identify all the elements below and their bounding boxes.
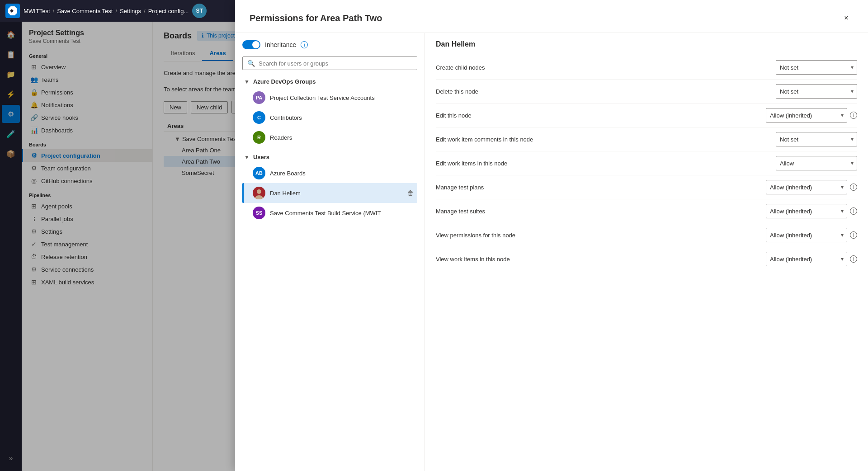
- perm-dropdown-edit-node: Allow (inherited)Not setAllowDeny: [766, 108, 847, 122]
- perm-name-view-permissions: View permissions for this node: [436, 232, 759, 239]
- perm-select-view-permissions[interactable]: Allow (inherited)Not setAllowDeny: [766, 228, 847, 242]
- svg-point-0: [257, 189, 261, 194]
- user-name-readers: Readers: [270, 134, 414, 141]
- breadcrumb-settings[interactable]: Settings: [120, 8, 141, 14]
- modal-close-button[interactable]: ×: [839, 11, 854, 25]
- perm-dropdown-edit-work-items: AllowNot setDeny: [776, 156, 857, 170]
- perm-name-manage-test-plans: Manage test plans: [436, 184, 759, 191]
- perm-dropdown-delete-node: Not setAllowDeny: [776, 84, 857, 99]
- permission-row-view-permissions: View permissions for this node Allow (in…: [436, 223, 857, 247]
- user-name-contributors: Contributors: [270, 114, 414, 121]
- permission-row-manage-test-suites: Manage test suites Allow (inherited)Not …: [436, 199, 857, 223]
- avatar-azure-boards: AB: [253, 167, 265, 179]
- modal-right-panel: Dan Hellem Create child nodes Not setAll…: [425, 33, 868, 471]
- users-group-section: ▼ Users AB Azure Boards Dan Hellem �: [242, 151, 417, 223]
- user-item-contributors[interactable]: C Contributors: [242, 108, 417, 127]
- avatar-readers: R: [253, 131, 265, 144]
- users-group-label: Users: [253, 154, 269, 160]
- inheritance-info-icon[interactable]: i: [301, 41, 308, 48]
- user-name-save-comments: Save Comments Test Build Service (MWIT: [270, 210, 414, 217]
- search-input[interactable]: [259, 60, 412, 67]
- search-icon: 🔍: [247, 60, 255, 67]
- breadcrumb: MWITTest / Save Comments Test / Settings…: [24, 8, 189, 14]
- breadcrumb-mwittest[interactable]: MWITTest: [24, 8, 50, 14]
- perm-control-edit-comments: Not setAllowDeny: [776, 132, 857, 146]
- avatar-contributors: C: [253, 111, 265, 124]
- perm-info-test-suites[interactable]: i: [850, 207, 857, 215]
- users-group-header[interactable]: ▼ Users: [242, 151, 417, 163]
- azure-devops-logo[interactable]: [5, 4, 20, 18]
- perm-info-test-plans[interactable]: i: [850, 184, 857, 191]
- perm-name-create-child: Create child nodes: [436, 64, 769, 71]
- breadcrumb-sep-1: /: [53, 8, 55, 14]
- perm-control-manage-test-plans: Allow (inherited)Not setAllowDeny i: [766, 180, 857, 194]
- user-item-readers[interactable]: R Readers: [242, 127, 417, 147]
- permission-row-manage-test-plans: Manage test plans Allow (inherited)Not s…: [436, 175, 857, 199]
- permission-row-edit-node: Edit this node Allow (inherited)Not setA…: [436, 104, 857, 127]
- perm-select-manage-test-plans[interactable]: Allow (inherited)Not setAllowDeny: [766, 180, 847, 194]
- perm-dropdown-edit-comments: Not setAllowDeny: [776, 132, 857, 146]
- inheritance-label: Inheritance: [265, 41, 296, 48]
- permission-user-heading: Dan Hellem: [436, 40, 857, 48]
- perm-control-edit-work-items: AllowNot setDeny: [776, 156, 857, 170]
- perm-select-create-child[interactable]: Not setAllowDeny: [776, 60, 857, 75]
- modal-body: Inheritance i 🔍 ▼ Azure DevOps Groups PA…: [235, 33, 868, 471]
- group-chevron-users: ▼: [244, 154, 250, 160]
- user-name-project-collection: Project Collection Test Service Accounts: [270, 94, 414, 101]
- perm-dropdown-manage-test-plans: Allow (inherited)Not setAllowDeny: [766, 180, 847, 194]
- perm-dropdown-view-permissions: Allow (inherited)Not setAllowDeny: [766, 228, 847, 242]
- modal-header: Permissions for Area Path Two ×: [235, 0, 868, 33]
- user-item-save-comments-build[interactable]: SS Save Comments Test Build Service (MWI…: [242, 203, 417, 223]
- group-chevron-azure: ▼: [244, 79, 250, 85]
- permission-row-view-work-items: View work items in this node Allow (inhe…: [436, 247, 857, 271]
- perm-control-manage-test-suites: Allow (inherited)Not setAllowDeny i: [766, 204, 857, 218]
- perm-name-manage-test-suites: Manage test suites: [436, 208, 759, 215]
- perm-control-delete-node: Not setAllowDeny: [776, 84, 857, 99]
- avatar-project-collection: PA: [253, 91, 265, 104]
- permission-row-edit-work-items: Edit work items in this node AllowNot se…: [436, 151, 857, 175]
- user-item-azure-boards[interactable]: AB Azure Boards: [242, 163, 417, 183]
- perm-select-manage-test-suites[interactable]: Allow (inherited)Not setAllowDeny: [766, 204, 847, 218]
- user-name-azure-boards: Azure Boards: [270, 170, 414, 177]
- perm-name-edit-work-items: Edit work items in this node: [436, 160, 769, 167]
- azure-devops-groups-header[interactable]: ▼ Azure DevOps Groups: [242, 75, 417, 88]
- permission-row-create-child: Create child nodes Not setAllowDeny: [436, 56, 857, 80]
- breadcrumb-sep-3: /: [144, 8, 146, 14]
- user-item-project-collection[interactable]: PA Project Collection Test Service Accou…: [242, 88, 417, 108]
- user-avatar[interactable]: ST: [192, 4, 207, 18]
- azure-devops-groups-section: ▼ Azure DevOps Groups PA Project Collect…: [242, 75, 417, 147]
- breadcrumb-sep-2: /: [115, 8, 117, 14]
- perm-select-edit-node[interactable]: Allow (inherited)Not setAllowDeny: [766, 108, 847, 122]
- modal-left-panel: Inheritance i 🔍 ▼ Azure DevOps Groups PA…: [235, 33, 425, 471]
- perm-info-view-perms[interactable]: i: [850, 231, 857, 239]
- permission-row-delete-node: Delete this node Not setAllowDeny: [436, 80, 857, 104]
- perm-control-view-work-items: Allow (inherited)Not setAllowDeny i: [766, 252, 857, 266]
- perm-name-view-work-items: View work items in this node: [436, 256, 759, 263]
- modal-title: Permissions for Area Path Two: [250, 13, 382, 24]
- dan-hellem-photo-icon: [253, 187, 265, 199]
- perm-select-delete-node[interactable]: Not setAllowDeny: [776, 84, 857, 99]
- perm-name-edit-node: Edit this node: [436, 112, 759, 119]
- user-name-dan-hellem: Dan Hellem: [270, 190, 403, 197]
- perm-info-edit-node[interactable]: i: [850, 112, 857, 119]
- perm-dropdown-manage-test-suites: Allow (inherited)Not setAllowDeny: [766, 204, 847, 218]
- avatar-dan-hellem: [253, 187, 265, 199]
- user-item-dan-hellem[interactable]: Dan Hellem 🗑: [242, 183, 417, 203]
- inheritance-row: Inheritance i: [242, 40, 417, 49]
- svg-point-1: [255, 195, 263, 199]
- perm-info-view-work-items[interactable]: i: [850, 255, 857, 263]
- perm-select-edit-comments[interactable]: Not setAllowDeny: [776, 132, 857, 146]
- perm-select-view-work-items[interactable]: Allow (inherited)Not setAllowDeny: [766, 252, 847, 266]
- breadcrumb-save-comments[interactable]: Save Comments Test: [57, 8, 113, 14]
- perm-select-edit-work-items[interactable]: AllowNot setDeny: [776, 156, 857, 170]
- avatar-save-comments: SS: [253, 207, 265, 219]
- permissions-modal: Permissions for Area Path Two × Inherita…: [235, 0, 868, 471]
- delete-user-icon[interactable]: 🗑: [407, 189, 414, 197]
- inheritance-toggle[interactable]: [242, 40, 260, 49]
- breadcrumb-project-config[interactable]: Project config...: [148, 8, 189, 14]
- permission-row-edit-comments: Edit work item comments in this node Not…: [436, 127, 857, 151]
- perm-dropdown-create-child: Not setAllowDeny: [776, 60, 857, 75]
- perm-control-view-permissions: Allow (inherited)Not setAllowDeny i: [766, 228, 857, 242]
- perm-control-create-child: Not setAllowDeny: [776, 60, 857, 75]
- azure-devops-groups-label: Azure DevOps Groups: [253, 78, 316, 85]
